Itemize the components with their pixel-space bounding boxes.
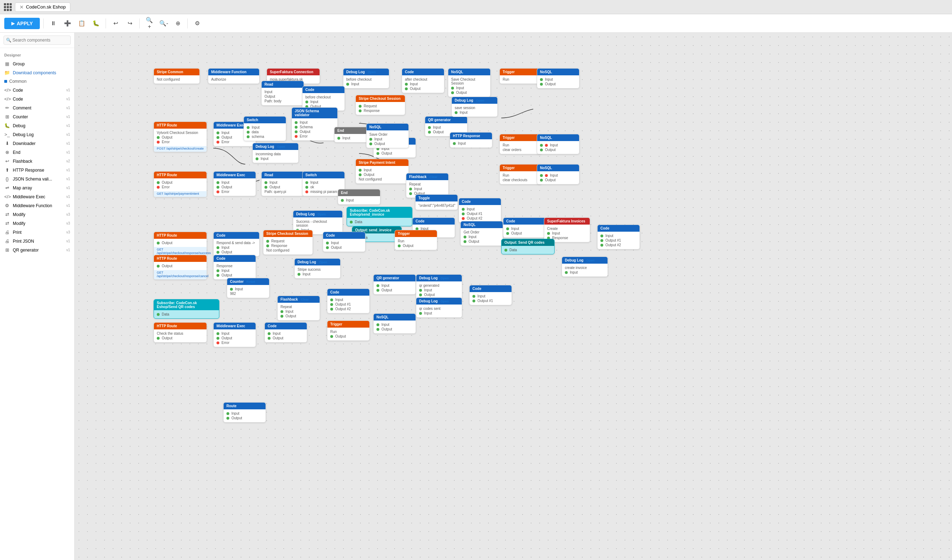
debug-qr-sent-open[interactable]: Open: [440, 299, 449, 303]
node-trigger-send[interactable]: Trigger Run Output: [395, 230, 437, 250]
sidebar-item-qr-generator[interactable]: ⊞ QR generator v1: [0, 245, 74, 255]
node-nosql-bottom[interactable]: NoSQL Input Output: [373, 313, 416, 334]
node-middleware-function[interactable]: Middleware Function Authorize: [208, 68, 260, 84]
node-http-route-check-status[interactable]: HTTP Route Check the status Output: [154, 322, 207, 342]
node-qr-generator-bottom[interactable]: QR generator Input Output: [373, 274, 416, 295]
node-trigger-clear-checkouts[interactable]: Trigger Run clear checkouts: [499, 164, 542, 184]
node-nosql-get-order[interactable]: NoSQL Get Order Input Output: [461, 221, 503, 246]
sidebar-item-http-response[interactable]: ⬆ HTTP Response v1: [0, 166, 74, 174]
node-http-route-cancel[interactable]: HTTP Route Output GET /api/stripe/checko…: [154, 255, 207, 280]
node-code-respond[interactable]: Code Respond & send data -> Input Output: [213, 232, 260, 256]
sidebar-item-counter[interactable]: ⊞ Counter v1: [0, 112, 74, 121]
debug-log-incoming-open[interactable]: Open: [277, 145, 285, 148]
debug-log-save-open[interactable]: Open: [476, 99, 484, 102]
sidebar-item-comment[interactable]: ✏ Comment v1: [0, 103, 74, 112]
sidebar-item-json-schema[interactable]: {} JSON Schema vali... v1: [0, 174, 74, 184]
node-middleware-exec-bottom[interactable]: Middleware Exec Input Output Error: [213, 322, 256, 347]
node-http-response[interactable]: HTTP Response Input: [450, 132, 492, 148]
sidebar-item-debug[interactable]: 🐛 Debug v1: [0, 121, 74, 130]
node-subscribe-send-invoice[interactable]: Subscribe: CodeCon.sk Eshop/send_invoice…: [346, 207, 413, 226]
node-flashback-bottom[interactable]: Flashback Clear Repeat Input Output: [277, 296, 320, 321]
node-trigger-clear-orders[interactable]: Trigger Run clear orders: [499, 134, 542, 154]
canvas[interactable]: Stripe Common Not configured Middleware …: [75, 33, 952, 560]
debug-qr-generated-open[interactable]: Open: [440, 276, 449, 280]
counter-reset-link[interactable]: Reset: [246, 280, 255, 284]
node-counter-reset[interactable]: Counter Reset Input 982: [227, 278, 269, 298]
node-trigger-1[interactable]: Trigger Run: [499, 68, 542, 84]
node-subscribe-send-qr[interactable]: Subscribe: CodeCon.sk Eshop/Send QR code…: [154, 299, 219, 319]
bug-button[interactable]: 🐛: [90, 17, 102, 29]
pause-button[interactable]: ⏸: [47, 17, 59, 29]
sidebar-item-debug-log[interactable]: >_ Debug Log v1: [0, 130, 74, 139]
debug-create-invoice-open[interactable]: Open: [586, 259, 594, 262]
node-debug-create-invoice[interactable]: Debug Log Open create invoice Input: [562, 256, 608, 277]
node-debug-stripe-success[interactable]: Debug Log Open Stripe success Input: [294, 258, 340, 279]
undo-button[interactable]: ↩: [110, 17, 122, 29]
debug-success-open[interactable]: Open: [317, 213, 326, 216]
sidebar-item-middleware-function[interactable]: ⚙ Middleware Function v1: [0, 201, 74, 210]
node-code-bottommost[interactable]: Code Input Output: [264, 322, 307, 342]
node-stripe-checkout-session[interactable]: Stripe Checkout Session Request Response: [355, 95, 405, 115]
settings-button[interactable]: ⚙: [191, 17, 203, 29]
node-nosql-1[interactable]: NoSQL Save Checkout Session Input Output: [448, 68, 491, 97]
node-output-send-qr[interactable]: Output: Send QR codes Data: [501, 239, 555, 255]
node-read-2[interactable]: Read Input Output Path: query.pi: [261, 171, 304, 196]
node-nosql-save-order[interactable]: NoSQL Save Order Input Output: [366, 123, 409, 148]
search-input[interactable]: [3, 35, 71, 45]
sidebar-item-downloader[interactable]: ⬇ Downloader v1: [0, 139, 74, 148]
node-code-stripe-2[interactable]: Code Input Output: [323, 232, 365, 252]
node-nosql-clear-checkouts[interactable]: NoSQL Input Output: [537, 164, 580, 184]
zoom-in-button[interactable]: 🔍+: [143, 17, 155, 29]
node-code-send-invoice-right[interactable]: Code Input Output #1 Output #2: [597, 225, 640, 250]
node-nosql-clear-orders[interactable]: NoSQL Input Output: [537, 134, 580, 154]
node-http-route-checkout[interactable]: HTTP Route Vytvorit Checkout Session Out…: [154, 122, 207, 152]
sidebar-item-end[interactable]: ⊗ End v1: [0, 148, 74, 157]
node-trigger-bottom[interactable]: Trigger Run Output: [327, 321, 370, 341]
node-stripe-checkout-session-2[interactable]: Stripe Checkout Session Request Response…: [263, 230, 313, 255]
node-code-bottom[interactable]: Code Input Output #1 Output #2: [327, 288, 370, 313]
node-http-route-success[interactable]: HTTP Route Output GET /api/stripe/checko…: [154, 232, 207, 256]
node-debug-log-before[interactable]: Debug Log Open before checkout Input: [343, 68, 389, 88]
app-grid-icon[interactable]: [3, 2, 13, 12]
node-code-toggle[interactable]: Code Input Output #1 Output #2: [459, 198, 501, 223]
sidebar-item-middleware-exec[interactable]: </> Middleware Exec v1: [0, 192, 74, 201]
node-route[interactable]: Route Input Output: [223, 402, 266, 423]
sidebar-item-flashback[interactable]: ↩ Flashback v2: [0, 157, 74, 166]
tab-close-icon[interactable]: ✕: [20, 4, 24, 10]
copy-button[interactable]: 📋: [76, 17, 88, 29]
node-middleware-exec-2[interactable]: Middleware Exec Input Output Error: [213, 171, 256, 196]
node-stripe-payment-intent[interactable]: Stripe Payment Intent Input Output Not c…: [355, 159, 409, 184]
node-code-bottom-right[interactable]: Code Input Output #1: [469, 285, 512, 305]
zoom-fit-button[interactable]: ⊕: [172, 17, 184, 29]
node-switch-1[interactable]: Switch Input data schema: [244, 116, 286, 141]
redo-button[interactable]: ↪: [124, 17, 136, 29]
node-read[interactable]: Read Input Output Path: body: [261, 81, 304, 105]
node-debug-qr-generated[interactable]: Debug Log Open qr generated Input Output: [416, 274, 462, 299]
debug-log-before-open[interactable]: Open: [368, 70, 376, 74]
node-debug-log-save[interactable]: Debug Log Open save session Input: [451, 97, 498, 117]
sidebar-item-map-array[interactable]: ⇌ Map array v1: [0, 184, 74, 192]
active-tab[interactable]: ✕ CodeCon.sk Eshop: [15, 3, 70, 12]
flashback-bottom-clear[interactable]: Clear: [301, 298, 309, 301]
sidebar-item-modify-1[interactable]: ⇄ Modify v3: [0, 210, 74, 219]
node-code-send-invoice[interactable]: Code Input Output: [503, 218, 546, 238]
node-code-after[interactable]: Code after checkout Input Output: [402, 68, 444, 93]
sidebar-item-download[interactable]: 📁 Download components: [0, 68, 74, 77]
node-debug-log-incoming[interactable]: Debug Log Open incomming data Input: [252, 143, 298, 163]
node-code-response[interactable]: Code Response Input Output: [213, 255, 256, 280]
node-http-route-payment[interactable]: HTTP Route Output Error GET /api/stripe/…: [154, 171, 207, 197]
apply-button[interactable]: APPLY: [4, 18, 40, 29]
sidebar-item-code-2[interactable]: </> Code v1: [0, 94, 74, 103]
debug-stripe-success-open[interactable]: Open: [319, 261, 327, 264]
node-stripe-common[interactable]: Stripe Common Not configured: [154, 68, 200, 84]
sidebar-item-modify-2[interactable]: ⇄ Modify v3: [0, 219, 74, 228]
sidebar-item-print-json[interactable]: 🖨 Print JSON v1: [0, 237, 74, 245]
sidebar-item-code-1[interactable]: </> Code v1: [0, 86, 74, 94]
node-nosql-top-right[interactable]: NoSQL Input Output: [537, 68, 580, 88]
node-json-schema-validator[interactable]: JSON Schema validator Input Schema Outpu…: [292, 107, 338, 141]
node-toggle[interactable]: Toggle "orderid":"p4n487p41d": [415, 194, 458, 210]
add-button[interactable]: ➕: [62, 17, 74, 29]
sidebar-item-print[interactable]: 🖨 Print v3: [0, 228, 74, 237]
sidebar-item-group[interactable]: ▦ Group: [0, 59, 74, 68]
node-end-2[interactable]: End Input: [338, 189, 380, 205]
